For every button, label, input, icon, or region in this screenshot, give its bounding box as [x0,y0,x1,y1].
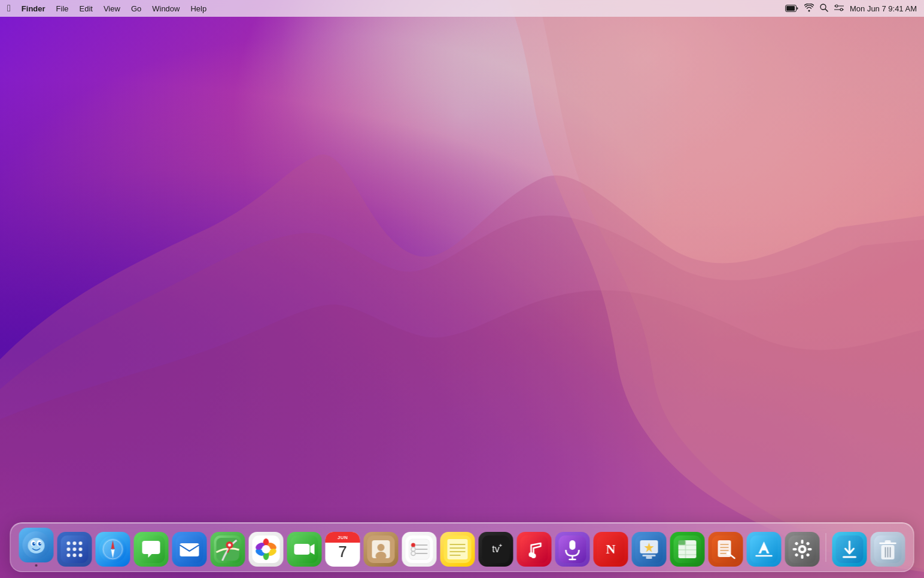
wifi-icon[interactable] [804,4,814,14]
finder-icon [19,528,54,562]
svg-text:N: N [606,541,616,556]
svg-point-25 [73,547,77,551]
numbers-icon [670,532,705,567]
dock-item-appletv[interactable]: tv + [479,532,513,567]
svg-point-56 [376,552,387,560]
menu-view[interactable]: View [104,4,120,13]
svg-line-3 [825,9,828,11]
systemprefs-icon [785,532,820,567]
svg-rect-1 [786,6,795,11]
podcasts-icon [555,532,590,567]
photos-icon [249,532,284,567]
dock-item-news[interactable]: N [594,532,628,567]
app-name[interactable]: Finder [22,4,45,13]
dock-container: JUN 7 [10,522,914,572]
appstore-icon [747,532,782,567]
dock-item-airdrop[interactable] [832,532,867,567]
svg-point-23 [79,541,83,545]
apple-menu[interactable]:  [7,3,11,14]
svg-rect-110 [801,555,804,559]
dock-item-facetime[interactable] [287,532,322,567]
dock-item-systemprefs[interactable] [785,532,820,567]
svg-point-55 [378,544,385,551]
svg-point-16 [32,542,35,546]
menubar:  Finder File Edit View Go Window Help [0,0,924,17]
dock-item-pages[interactable] [709,532,743,567]
trash-icon [871,532,905,567]
contacts-icon [364,532,399,567]
svg-point-18 [34,543,35,544]
svg-text:+: + [499,543,502,549]
clock: Mon Jun 7 9:41 AM [850,4,917,13]
menu-window[interactable]: Window [152,4,180,13]
dock-item-maps[interactable] [211,532,245,567]
dock-separator [826,533,826,562]
svg-rect-90 [679,540,686,545]
svg-point-29 [79,553,83,557]
dock: JUN 7 [10,522,914,572]
svg-rect-78 [570,540,576,550]
dock-item-keynote[interactable] [632,532,667,567]
svg-point-19 [40,543,41,544]
dock-item-trash[interactable] [871,532,905,567]
control-center-icon[interactable] [834,4,844,13]
dock-item-calendar[interactable]: JUN 7 [326,532,360,567]
svg-rect-122 [885,540,891,543]
calendar-day: 7 [338,544,346,559]
svg-rect-51 [294,544,310,555]
dock-item-photos[interactable] [249,532,284,567]
svg-point-28 [73,553,77,557]
svg-point-102 [727,552,731,555]
svg-rect-111 [793,548,797,550]
facetime-icon [287,532,322,567]
battery-icon[interactable] [785,5,798,12]
svg-rect-85 [643,555,656,556]
notes-icon [440,532,475,567]
svg-point-26 [79,547,83,551]
svg-point-41 [228,544,231,547]
svg-point-21 [67,541,71,545]
pages-icon [709,532,743,567]
safari-icon [96,532,130,567]
svg-point-76 [531,553,536,558]
finder-dot [35,564,38,567]
airdrop-icon [832,532,867,567]
menu-file[interactable]: File [56,4,69,13]
svg-point-27 [67,553,71,557]
menu-edit[interactable]: Edit [80,4,93,13]
dock-item-podcasts[interactable] [555,532,590,567]
menu-help[interactable]: Help [190,4,206,13]
svg-text:tv: tv [492,544,499,554]
svg-rect-37 [180,543,199,556]
dock-item-launchpad[interactable] [57,532,92,567]
menubar-left:  Finder File Edit View Go Window Help [7,3,206,14]
spotlight-search-icon[interactable] [820,4,828,14]
menu-go[interactable]: Go [131,4,141,13]
dock-item-appstore[interactable] [747,532,782,567]
calendar-icon: JUN 7 [326,532,360,567]
music-icon [517,532,552,567]
calendar-month: JUN [338,535,348,540]
dock-item-messages[interactable] [134,532,169,567]
dock-item-mail[interactable] [172,532,207,567]
dock-item-reminders[interactable] [402,532,437,567]
svg-point-49 [262,545,270,553]
dock-item-contacts[interactable] [364,532,399,567]
svg-point-17 [38,542,41,546]
dock-item-finder[interactable] [19,528,54,567]
messages-icon [134,532,169,567]
svg-rect-86 [646,556,652,559]
dock-item-music[interactable] [517,532,552,567]
svg-rect-109 [801,540,804,544]
news-icon: N [594,532,628,567]
svg-point-59 [411,543,415,547]
mail-icon [172,532,207,567]
dock-item-safari[interactable] [96,532,130,567]
reminders-icon [402,532,437,567]
dock-item-notes[interactable] [440,532,475,567]
maps-icon [211,532,245,567]
dock-item-numbers[interactable] [670,532,705,567]
svg-point-13 [28,538,45,553]
appletv-icon: tv + [479,532,513,567]
menubar-right: Mon Jun 7 9:41 AM [785,4,917,14]
